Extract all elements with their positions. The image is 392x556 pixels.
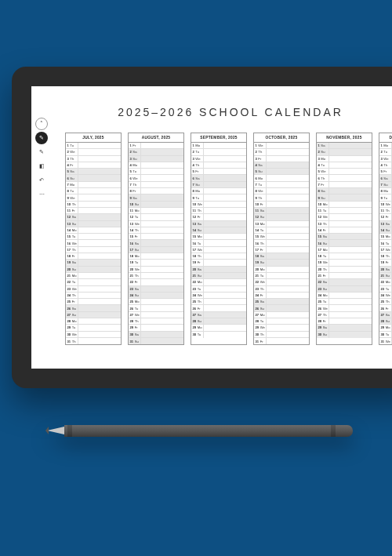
day-row[interactable]: 10Fr: [254, 202, 309, 208]
day-row[interactable]: 31Fr: [254, 338, 309, 344]
day-row[interactable]: 16We: [66, 240, 121, 246]
day-row[interactable]: 16Sa: [129, 240, 183, 246]
day-row[interactable]: 27Su: [66, 312, 121, 318]
day-row[interactable]: 24Su: [129, 293, 183, 299]
day-row[interactable]: 23Su: [317, 286, 372, 293]
day-row[interactable]: 16Tu: [191, 240, 246, 246]
day-row[interactable]: 13Su: [66, 221, 121, 227]
day-row[interactable]: 7Mo: [66, 182, 121, 188]
day-row[interactable]: 3Su: [129, 156, 183, 162]
day-row[interactable]: 26We: [317, 305, 372, 311]
day-row[interactable]: 20Th: [317, 267, 372, 273]
day-row[interactable]: 20We: [129, 267, 183, 273]
day-row[interactable]: 21Su: [379, 273, 392, 279]
day-row[interactable]: 15We: [254, 234, 309, 240]
day-row[interactable]: 26Fr: [191, 305, 246, 311]
day-row[interactable]: 11Th: [191, 208, 246, 214]
day-row[interactable]: 2Sa: [129, 149, 183, 155]
day-row[interactable]: 29Mo: [191, 325, 246, 331]
day-row[interactable]: 29Fr: [129, 325, 183, 331]
day-row[interactable]: 31Su: [129, 338, 183, 344]
day-row[interactable]: 26Tu: [129, 305, 183, 311]
day-row[interactable]: 30Tu: [379, 332, 392, 338]
day-row[interactable]: 16Th: [254, 240, 309, 246]
day-row[interactable]: 24Fr: [254, 293, 309, 299]
day-row[interactable]: 19We: [317, 260, 372, 266]
day-row[interactable]: 2Th: [254, 149, 309, 155]
day-row[interactable]: 16Su: [317, 240, 372, 246]
day-row[interactable]: 9We: [66, 194, 121, 201]
day-row[interactable]: 1Tu: [66, 143, 121, 149]
day-row[interactable]: 31We: [379, 338, 392, 344]
day-row[interactable]: 9Tu: [191, 194, 246, 201]
day-row[interactable]: 25Fr: [66, 299, 121, 305]
more-icon[interactable]: ⋯: [35, 188, 48, 201]
day-row[interactable]: 4Th: [379, 162, 392, 169]
day-row[interactable]: 30Th: [254, 332, 309, 338]
day-row[interactable]: 15Sa: [317, 234, 372, 240]
day-row[interactable]: 6Mo: [254, 175, 309, 181]
day-row[interactable]: 27We: [129, 312, 183, 318]
day-row[interactable]: 26Su: [254, 305, 309, 311]
day-row[interactable]: 9Su: [317, 194, 372, 201]
day-row[interactable]: 21Th: [129, 273, 183, 279]
day-row[interactable]: 26Fr: [379, 305, 392, 311]
day-row[interactable]: 17Th: [66, 247, 121, 253]
day-row[interactable]: 17Mo: [317, 247, 372, 253]
day-row[interactable]: 22Tu: [66, 279, 121, 285]
day-row[interactable]: 4Tu: [317, 162, 372, 169]
day-row[interactable]: 17We: [191, 247, 246, 253]
day-row[interactable]: 22We: [254, 279, 309, 285]
day-row[interactable]: 27Sa: [379, 312, 392, 318]
day-row[interactable]: 24We: [191, 293, 246, 299]
day-row[interactable]: 15Mo: [379, 234, 392, 240]
day-row[interactable]: 12Fr: [379, 214, 392, 220]
day-row[interactable]: 5We: [317, 169, 372, 175]
day-row[interactable]: 5Sa: [66, 169, 121, 175]
day-row[interactable]: 14Th: [129, 227, 183, 234]
day-row[interactable]: 18Mo: [129, 253, 183, 260]
day-row[interactable]: 28Su: [191, 318, 246, 325]
day-row[interactable]: 15Mo: [191, 234, 246, 240]
day-row[interactable]: 18Th: [191, 253, 246, 260]
day-row[interactable]: 7Th: [129, 182, 183, 188]
pen-icon[interactable]: ✎: [35, 132, 48, 144]
day-row[interactable]: 3Mo: [317, 156, 372, 162]
day-row[interactable]: 25Mo: [129, 299, 183, 305]
day-row[interactable]: 18Fr: [66, 253, 121, 260]
day-row[interactable]: 27Th: [317, 312, 372, 318]
day-row[interactable]: 3Th: [66, 156, 121, 162]
day-row[interactable]: 23Th: [254, 286, 309, 293]
day-row[interactable]: 4Mo: [129, 162, 183, 169]
day-row[interactable]: 6Sa: [191, 175, 246, 181]
day-row[interactable]: 26Sa: [66, 305, 121, 311]
day-row[interactable]: 10Su: [129, 202, 183, 208]
day-row[interactable]: 2Tu: [379, 149, 392, 155]
day-row[interactable]: 1We: [254, 143, 309, 149]
day-row[interactable]: 13Mo: [254, 221, 309, 227]
day-row[interactable]: 29Mo: [379, 325, 392, 331]
eraser-icon[interactable]: ◧: [35, 160, 48, 173]
day-row[interactable]: 29Sa: [317, 325, 372, 331]
day-row[interactable]: 8Mo: [379, 188, 392, 194]
day-row[interactable]: 3We: [379, 156, 392, 162]
day-row[interactable]: 20Sa: [191, 267, 246, 273]
day-row[interactable]: 19Fr: [379, 260, 392, 266]
day-row[interactable]: 12We: [317, 214, 372, 220]
day-row[interactable]: 25Sa: [254, 299, 309, 305]
day-row[interactable]: 21Tu: [254, 273, 309, 279]
day-row[interactable]: 23We: [66, 286, 121, 293]
day-row[interactable]: 22Mo: [379, 279, 392, 285]
day-row[interactable]: 10Mo: [317, 202, 372, 208]
day-row[interactable]: 9Sa: [129, 194, 183, 201]
day-row[interactable]: 22Fr: [129, 279, 183, 285]
day-row[interactable]: 24We: [379, 293, 392, 299]
day-row[interactable]: 9Tu: [379, 194, 392, 201]
day-row[interactable]: 7Fr: [317, 182, 372, 188]
day-row[interactable]: 28Su: [379, 318, 392, 325]
day-row[interactable]: 5Su: [254, 169, 309, 175]
day-row[interactable]: 7Tu: [254, 182, 309, 188]
day-row[interactable]: 27Mo: [254, 312, 309, 318]
day-row[interactable]: 28Tu: [254, 318, 309, 325]
day-row[interactable]: 17We: [379, 247, 392, 253]
